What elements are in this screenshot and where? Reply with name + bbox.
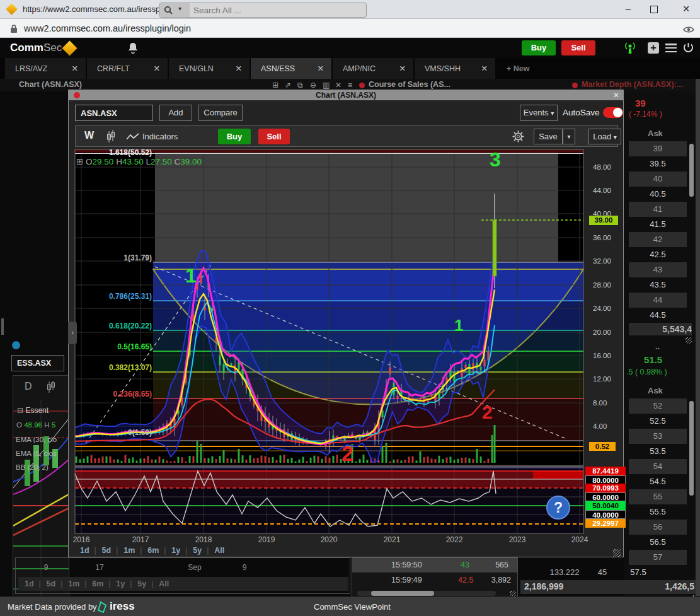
- range-5y[interactable]: 5y: [131, 579, 152, 588]
- ask-row[interactable]: 43.5: [629, 277, 687, 293]
- chart-type-candle-icon[interactable]: [106, 130, 116, 146]
- header-buy-button[interactable]: Buy: [522, 40, 556, 55]
- ask-row[interactable]: 54.5: [629, 474, 687, 489]
- header-sell-button[interactable]: Sell: [561, 40, 595, 55]
- minimize-button[interactable]: –: [621, 0, 635, 19]
- tab-evn-gln[interactable]: EVN/GLN✕: [169, 58, 250, 79]
- save-button[interactable]: Save: [534, 129, 563, 144]
- autosave-toggle[interactable]: [603, 107, 623, 118]
- ask-row[interactable]: 44.5: [629, 308, 687, 323]
- events-button[interactable]: Events ▾: [520, 105, 558, 121]
- ask-row[interactable]: 56: [629, 520, 687, 535]
- chart-buy-button[interactable]: Buy: [218, 129, 251, 144]
- range-1y[interactable]: 1y: [165, 546, 186, 555]
- ask-row[interactable]: 41.5: [629, 217, 687, 232]
- add-widget-button[interactable]: +: [648, 42, 659, 54]
- ask-row[interactable]: 39: [629, 141, 687, 156]
- tab-close-icon[interactable]: ✕: [481, 64, 495, 73]
- md-resize-handle[interactable]: [686, 337, 692, 344]
- ask-row[interactable]: 57: [629, 550, 687, 565]
- tab-close-icon[interactable]: ✕: [399, 64, 413, 73]
- ask-row[interactable]: 53: [629, 429, 687, 444]
- md-scrollbar-thumb-1[interactable]: [689, 144, 694, 197]
- ask-row[interactable]: 52.5: [629, 414, 687, 429]
- ask-row[interactable]: 56.5: [629, 535, 687, 550]
- cos-row-2[interactable]: 15:59:49 42.5 3,892: [352, 573, 517, 588]
- range-1y[interactable]: 1y: [110, 579, 131, 588]
- ask-row[interactable]: 54: [629, 459, 687, 474]
- ask-row[interactable]: 44: [629, 293, 687, 308]
- panel-popout-icon[interactable]: ⇗: [285, 81, 291, 90]
- sidebar-symbol-box[interactable]: ESS.ASX: [11, 355, 64, 371]
- ask-row[interactable]: 41: [629, 202, 687, 217]
- ask-row[interactable]: 39.5: [629, 156, 687, 171]
- tab-crr-flt[interactable]: CRR/FLT✕: [87, 58, 168, 79]
- help-icon[interactable]: ?: [546, 496, 570, 520]
- tab-lrs-avz[interactable]: LRS/AVZ✕: [5, 58, 86, 79]
- range-5d[interactable]: 5d: [40, 579, 62, 588]
- indicators-button[interactable]: Indicators: [142, 132, 178, 141]
- panel-menu-icon[interactable]: ≡: [348, 81, 352, 90]
- compare-button[interactable]: Compare: [198, 105, 243, 121]
- search-scope-button[interactable]: ▾: [159, 3, 190, 17]
- gear-icon[interactable]: [512, 130, 525, 146]
- close-button[interactable]: ✕: [679, 0, 693, 19]
- cos-row-1[interactable]: 15:59:50 43 565: [352, 558, 517, 572]
- range-all[interactable]: All: [152, 579, 175, 588]
- range-5d[interactable]: 5d: [96, 546, 118, 555]
- chart-symbol-input[interactable]: [75, 105, 153, 121]
- right-scroll-strip[interactable]: [696, 79, 700, 596]
- ask-row[interactable]: 53.5: [629, 444, 687, 459]
- ask-row[interactable]: 52: [629, 398, 687, 414]
- range-6m[interactable]: 6m: [86, 579, 110, 588]
- tab-new[interactable]: + New: [496, 58, 577, 79]
- tab-close-icon[interactable]: ✕: [236, 64, 250, 73]
- legend-box-icon[interactable]: ⊞: [76, 157, 83, 166]
- save-caret-button[interactable]: ▾: [563, 129, 575, 144]
- md-scrollbar-thumb-2[interactable]: [689, 401, 694, 496]
- sidebar-expander[interactable]: ›: [68, 322, 77, 344]
- panel-window-icon[interactable]: ⧉: [297, 81, 303, 90]
- range-1d[interactable]: 1d: [74, 546, 96, 555]
- search-input[interactable]: [193, 4, 362, 16]
- url-text[interactable]: www2.commsec.com.au/iressplugin/login: [24, 19, 191, 38]
- ask-row[interactable]: 42.5: [629, 247, 687, 262]
- range-all[interactable]: All: [208, 546, 231, 555]
- tab-asn-ess[interactable]: ASN/ESS✕: [251, 58, 331, 79]
- ask-row[interactable]: 42: [629, 232, 687, 247]
- window-resize-handle[interactable]: [613, 549, 621, 557]
- cos-hscrollbar[interactable]: [357, 591, 496, 596]
- window-close-icon[interactable]: ✕: [613, 91, 619, 100]
- ask-row[interactable]: 40: [629, 171, 687, 187]
- tab-close-icon[interactable]: ✕: [318, 64, 331, 73]
- add-button[interactable]: Add: [159, 105, 192, 121]
- tab-amp-nic[interactable]: AMP/NIC✕: [333, 58, 413, 79]
- ask-row[interactable]: 55.5: [629, 504, 687, 520]
- line-style-icon[interactable]: [126, 132, 140, 144]
- range-1m[interactable]: 1m: [62, 579, 86, 588]
- range-5y[interactable]: 5y: [186, 546, 208, 555]
- cos-hscroll-thumb[interactable]: [371, 591, 434, 596]
- chart-window-titlebar[interactable]: Chart (ASN.ASX) ✕: [69, 90, 623, 100]
- bell-icon[interactable]: [126, 41, 140, 57]
- price-chart-canvas[interactable]: [69, 148, 624, 558]
- range-6m[interactable]: 6m: [141, 546, 165, 555]
- panel-pin-icon[interactable]: ⊞: [272, 81, 278, 90]
- panel-minimize-icon[interactable]: ⊖: [310, 81, 316, 90]
- ask-row[interactable]: 43: [629, 262, 687, 277]
- range-1m[interactable]: 1m: [117, 546, 141, 555]
- eye-icon[interactable]: [683, 25, 694, 36]
- collapse-icon[interactable]: ⊟: [17, 406, 23, 415]
- timeframe-button[interactable]: W: [84, 130, 94, 141]
- power-icon[interactable]: [682, 42, 694, 56]
- load-button[interactable]: Load ▾: [588, 129, 621, 144]
- tab-close-icon[interactable]: ✕: [154, 64, 168, 73]
- chart-sell-button[interactable]: Sell: [258, 129, 290, 144]
- menu-icon[interactable]: [665, 44, 677, 52]
- sidebar-candle-icon[interactable]: [46, 381, 56, 396]
- live-status-icon[interactable]: [623, 40, 638, 59]
- panel-columns-icon[interactable]: ▥: [323, 81, 330, 90]
- ask-row[interactable]: 55: [629, 489, 687, 504]
- range-1d[interactable]: 1d: [18, 579, 40, 588]
- tab-close-icon[interactable]: ✕: [72, 64, 86, 73]
